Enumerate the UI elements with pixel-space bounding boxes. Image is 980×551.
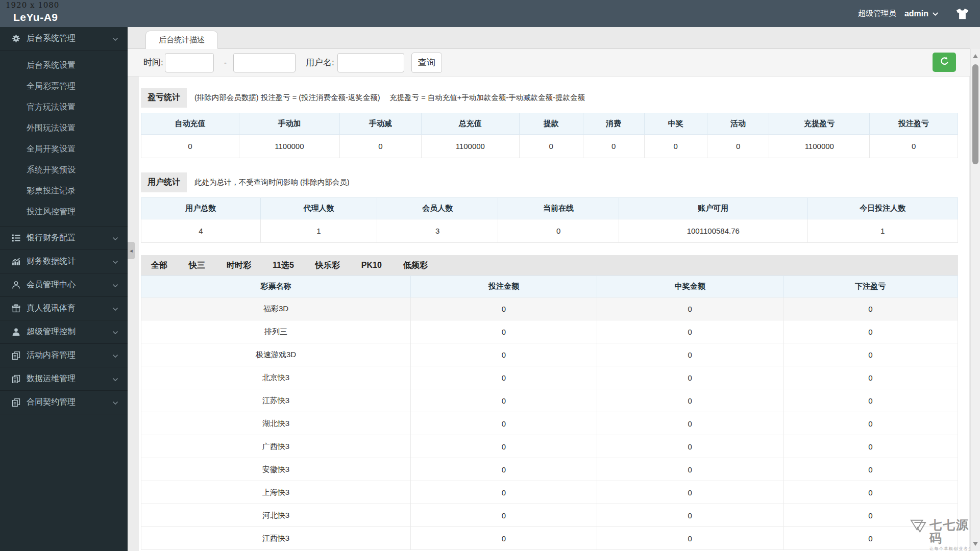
user-outline-icon bbox=[10, 281, 22, 289]
table-cell: 0 bbox=[597, 481, 783, 504]
docs-icon bbox=[10, 351, 22, 360]
sidebar-subitem-peripheral-play[interactable]: 外围玩法设置 bbox=[0, 117, 128, 138]
table-cell: 0 bbox=[597, 504, 783, 527]
gift-icon bbox=[10, 304, 22, 313]
sidebar-item-member-center[interactable]: 会员管理中心 bbox=[0, 273, 128, 297]
table-cell: 1 bbox=[260, 219, 377, 243]
lottery-tab-lowfreq[interactable]: 低频彩 bbox=[403, 260, 428, 271]
scrollbar-thumb[interactable] bbox=[972, 64, 978, 164]
chevron-down-icon bbox=[112, 257, 118, 266]
sidebar-subitem-system-settings[interactable]: 后台系统设置 bbox=[0, 55, 128, 76]
column-header: 代理人数 bbox=[260, 198, 377, 219]
table-row: 湖北快3 0 0 0 bbox=[141, 412, 958, 435]
lottery-name-cell: 广西快3 bbox=[141, 435, 411, 458]
sidebar-item-live-sports[interactable]: 真人视讯体育 bbox=[0, 297, 128, 320]
app-logo: LeYu-A9 bbox=[13, 11, 58, 23]
column-header: 中奖 bbox=[644, 113, 707, 135]
lottery-name-cell: 江西快3 bbox=[141, 527, 411, 550]
sidebar-item-activity-content[interactable]: 活动内容管理 bbox=[0, 344, 128, 367]
column-header: 充提盈亏 bbox=[769, 113, 870, 135]
sidebar-item-finance-stats[interactable]: 财务数据统计 bbox=[0, 250, 128, 273]
profit-table: 自动充值 手动加 手动减 总充值 提款 消费 中奖 活动 充提盈亏 投注盈亏 0… bbox=[141, 113, 958, 158]
lottery-tab-kuailecai[interactable]: 快乐彩 bbox=[315, 260, 340, 271]
users-desc: 此处为总计，不受查询时间影响 (排除内部会员) bbox=[194, 178, 350, 187]
chevron-down-icon bbox=[932, 9, 939, 18]
sidebar-item-label: 活动内容管理 bbox=[27, 350, 112, 361]
table-row: 安徽快3 0 0 0 bbox=[141, 458, 958, 481]
sidebar-item-backend-system[interactable]: 后台系统管理 bbox=[0, 27, 128, 51]
table-cell: 1100000 bbox=[421, 135, 519, 158]
column-header: 账户可用 bbox=[619, 198, 807, 219]
sidebar-item-bank-finance[interactable]: 银行财务配置 bbox=[0, 227, 128, 250]
sidebar-item-label: 合同契约管理 bbox=[27, 397, 112, 408]
lottery-tab-pk10[interactable]: PK10 bbox=[361, 261, 382, 270]
table-cell: 0 bbox=[783, 343, 958, 366]
main-content: 盈亏统计 (排除内部会员数据) 投注盈亏 = (投注消费金额-返奖金额) 充提盈… bbox=[139, 77, 969, 551]
user-menu[interactable]: admin bbox=[904, 9, 939, 18]
table-cell: 0 bbox=[411, 527, 597, 550]
sidebar-collapse-handle[interactable]: ◂ bbox=[128, 242, 135, 259]
table-row: 江苏快3 0 0 0 bbox=[141, 389, 958, 412]
user-solid-icon bbox=[10, 328, 22, 336]
table-row: 4 1 3 0 1001100584.76 1 bbox=[141, 219, 958, 243]
chevron-down-icon bbox=[112, 398, 118, 407]
lottery-name-cell: 福彩3D bbox=[141, 297, 411, 320]
scrollbar-up-arrow[interactable] bbox=[973, 54, 978, 58]
sidebar-item-super-admin[interactable]: 超级管理控制 bbox=[0, 320, 128, 344]
table-cell: 0 bbox=[141, 135, 239, 158]
lottery-tab-11x5[interactable]: 11选5 bbox=[273, 260, 294, 271]
table-cell: 0 bbox=[498, 219, 619, 243]
table-row: 0 1100000 0 1100000 0 0 0 0 1100000 0 bbox=[141, 135, 958, 158]
sidebar-item-label: 数据运维管理 bbox=[27, 373, 112, 384]
lottery-tab-shishicai[interactable]: 时时彩 bbox=[227, 260, 251, 271]
watermark: 七七源码 让每个草根创业者少走弯路 bbox=[910, 518, 980, 551]
table-cell: 0 bbox=[411, 481, 597, 504]
sidebar-item-data-ops[interactable]: 数据运维管理 bbox=[0, 367, 128, 391]
lottery-tab-kuaisan[interactable]: 快三 bbox=[189, 260, 205, 271]
table-cell: 0 bbox=[783, 320, 958, 343]
chevron-down-icon bbox=[112, 328, 118, 337]
column-header: 今日投注人数 bbox=[807, 198, 958, 219]
profit-desc: (排除内部会员数据) 投注盈亏 = (投注消费金额-返奖金额) 充提盈亏 = 自… bbox=[194, 93, 585, 103]
sidebar-subitem-bet-records[interactable]: 彩票投注记录 bbox=[0, 180, 128, 201]
list-icon bbox=[10, 234, 22, 242]
table-cell: 0 bbox=[411, 504, 597, 527]
username-input[interactable] bbox=[337, 53, 404, 72]
table-row: 福彩3D 0 0 0 bbox=[141, 297, 958, 320]
sidebar-subitem-draw-preset[interactable]: 系统开奖预设 bbox=[0, 159, 128, 180]
users-table: 用户总数 代理人数 会员人数 当前在线 账户可用 今日投注人数 4 1 3 0 … bbox=[141, 197, 958, 243]
chevron-down-icon bbox=[112, 374, 118, 384]
table-cell: 0 bbox=[411, 297, 597, 320]
column-header: 自动充值 bbox=[141, 113, 239, 135]
sidebar-subitem-official-play[interactable]: 官方玩法设置 bbox=[0, 96, 128, 117]
sidebar-subitem-lottery-mgmt[interactable]: 全局彩票管理 bbox=[0, 76, 128, 96]
time-from-input[interactable] bbox=[165, 53, 214, 72]
sidebar-subitem-draw-settings[interactable]: 全局开奖设置 bbox=[0, 138, 128, 159]
bar-chart-icon bbox=[10, 257, 22, 266]
lottery-name-cell: 河北快3 bbox=[141, 504, 411, 527]
table-cell: 0 bbox=[597, 527, 783, 550]
sidebar-item-label: 后台系统管理 bbox=[27, 33, 112, 44]
sidebar-subitem-risk-mgmt[interactable]: 投注风控管理 bbox=[0, 201, 128, 222]
shirt-icon[interactable] bbox=[956, 8, 969, 19]
watermark-logo-icon bbox=[910, 518, 926, 536]
column-header: 中奖金额 bbox=[597, 276, 783, 297]
refresh-button[interactable] bbox=[933, 53, 956, 72]
column-header: 投注盈亏 bbox=[870, 113, 958, 135]
column-header: 提款 bbox=[519, 113, 583, 135]
time-to-input[interactable] bbox=[233, 53, 296, 72]
sidebar-item-label: 财务数据统计 bbox=[27, 256, 112, 267]
table-header-row: 彩票名称 投注金额 中奖金额 下注盈亏 bbox=[141, 276, 958, 297]
filter-bar: 时间: - 用户名: 查询 bbox=[128, 49, 970, 77]
sidebar-item-label: 真人视讯体育 bbox=[27, 303, 112, 314]
users-section-header: 用户统计 此处为总计，不受查询时间影响 (排除内部会员) bbox=[141, 172, 969, 192]
table-cell: 0 bbox=[597, 320, 783, 343]
username-label: admin bbox=[904, 9, 928, 18]
query-button[interactable]: 查询 bbox=[411, 53, 442, 73]
tab-backend-stats[interactable]: 后台统计描述 bbox=[145, 31, 218, 49]
sidebar-item-contract-mgmt[interactable]: 合同契约管理 bbox=[0, 391, 128, 414]
table-cell: 0 bbox=[583, 135, 644, 158]
lottery-tab-all[interactable]: 全部 bbox=[151, 260, 167, 271]
scrollbar-down-arrow[interactable] bbox=[973, 542, 978, 546]
username-label: 用户名: bbox=[306, 57, 334, 68]
